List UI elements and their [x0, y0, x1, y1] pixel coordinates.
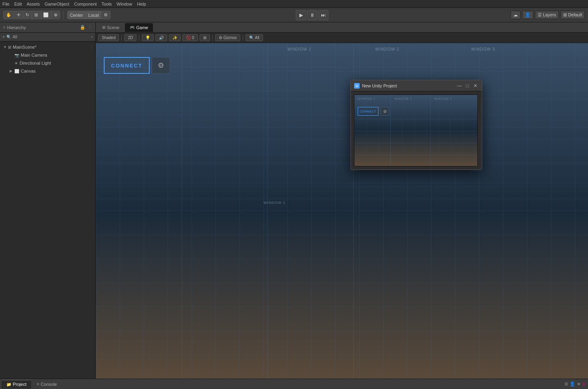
lighting-btn[interactable]: 💡 [142, 34, 154, 41]
hierarchy-add-btn[interactable]: + [2, 35, 5, 39]
rect-tool[interactable]: ⬜ [41, 11, 51, 19]
tab-project[interactable]: 📁 Project [2, 380, 31, 389]
hierarchy-header-right: 🔒 ⋮ [80, 25, 92, 30]
menu-assets[interactable]: Assets [27, 2, 40, 6]
dialog-close-btn[interactable]: ✕ [472, 83, 479, 89]
scene-toolbar-sep-2 [139, 35, 139, 41]
scale-tool[interactable]: ⊞ [32, 11, 41, 19]
hier-item-name-mainscene: MainScene* [13, 45, 36, 49]
menu-file[interactable]: File [2, 2, 10, 6]
scene-icon: ⊞ [8, 45, 11, 49]
pause-button[interactable]: ⏸ [307, 10, 317, 20]
favorites-icon-btn[interactable]: ⊞ [564, 381, 568, 387]
hier-item-mainscene[interactable]: ▼ ⊞ MainScene* ⋮ [0, 43, 95, 51]
star-icon-btn[interactable]: ★ [577, 381, 581, 387]
console-tab-label: Console [41, 382, 57, 387]
gizmos-btn[interactable]: ⚙ Gizmos [215, 34, 241, 41]
toolbar-center: ▶ ⏸ ⏭ [112, 10, 509, 20]
unity-logo-icon: U [354, 83, 360, 89]
toolbar-sep-1 [63, 11, 64, 20]
game-tab-label: Game [136, 25, 148, 30]
dialog-maximize-btn[interactable]: □ [464, 83, 471, 89]
vert-div-1 [182, 43, 182, 379]
scene-toolbar-sep-4 [243, 35, 243, 41]
scene-tab-label: Scene [107, 25, 119, 30]
dialog-row1 [354, 119, 477, 119]
2d-btn[interactable]: 2D [124, 34, 137, 41]
menu-tools[interactable]: Tools [101, 2, 112, 6]
window2-label: WINDOW 2 [375, 47, 399, 51]
layout-btn[interactable]: ⊞ Default [560, 11, 585, 19]
dialog-gear-btn-mini[interactable]: ⚙ [380, 107, 389, 116]
menu-help[interactable]: Help [137, 2, 146, 6]
bottom-panel-right: ⊞ 👤 ★ 9 [564, 381, 586, 387]
tab-scene[interactable]: ⊞ Scene [97, 23, 124, 32]
hier-expand-canvas[interactable]: ▶ [10, 69, 14, 73]
dialog-row4 [354, 155, 477, 155]
play-controls: ▶ ⏸ ⏭ [296, 10, 329, 20]
center-pivot-btn[interactable]: Center [67, 11, 86, 19]
hier-search-dropdown[interactable]: ▾ [91, 35, 93, 39]
connect-button-scene[interactable]: CONNECT [104, 57, 150, 74]
toolbar: ✋ ✛ ↻ ⊞ ⬜ ⊕ Center Local ⚙ ▶ ⏸ ⏭ ☁ 👤 ☰ L… [0, 8, 588, 22]
vert-div-2 [267, 43, 268, 379]
tab-console[interactable]: ≡ Console [32, 380, 61, 389]
dialog-window2-label: WINDOW 2 [394, 97, 412, 100]
hier-item-maincamera[interactable]: ▶ 📷 Main Camera [0, 51, 95, 59]
play-button[interactable]: ▶ [296, 10, 306, 20]
hierarchy-lock-icon[interactable]: 🔒 [80, 25, 85, 30]
collab-icon-btn[interactable]: 👤 [570, 381, 575, 387]
unity-dialog: U New Unity Project — □ ✕ WINDOW 1 WINDO… [350, 80, 482, 170]
bottom-tabs: 📁 Project ≡ Console ⊞ 👤 ★ 9 [0, 379, 588, 389]
scene-viewport: WINDOW 1 WINDOW 2 WINDOW 3 CONNECT ⚙ [96, 43, 588, 379]
scene-grid [96, 43, 588, 379]
hidden-btn[interactable]: 🚫 0 [182, 34, 198, 41]
hier-expand-mainscene[interactable]: ▼ [3, 45, 8, 49]
step-button[interactable]: ⏭ [318, 10, 329, 20]
toolbar-right: ☁ 👤 ☰ Layers ⊞ Default [511, 11, 585, 19]
layers-btn[interactable]: ☰ Layers [535, 11, 559, 19]
hier-item-canvas[interactable]: ▶ ⬜ Canvas [0, 67, 95, 75]
dialog-vdiv1 [390, 95, 391, 166]
hier-item-dirlight[interactable]: ▶ ☀ Directional Light [0, 59, 95, 67]
console-tab-icon: ≡ [37, 382, 39, 386]
menu-gameobject[interactable]: GameObject [45, 2, 69, 6]
hierarchy-header: ≡ Hierarchy 🔒 ⋮ [0, 22, 95, 33]
hierarchy-search-input[interactable] [13, 35, 89, 39]
pivot-group: Center Local ⚙ [67, 11, 111, 19]
dialog-vdiv2 [430, 95, 431, 166]
effects-btn[interactable]: ✨ [169, 34, 181, 41]
transform-tools: ✋ ✛ ↻ ⊞ ⬜ ⊕ [3, 11, 60, 19]
dialog-connect-btn-mini[interactable]: CONNECT [358, 107, 378, 116]
horiz-div-2 [96, 99, 588, 99]
all-btn[interactable]: 🔍 All [245, 34, 263, 41]
menu-component[interactable]: Component [74, 2, 97, 6]
move-tool[interactable]: ✛ [14, 11, 23, 19]
menu-bar: File Edit Assets GameObject Component To… [0, 0, 588, 8]
shading-mode-btn[interactable]: Shaded [98, 34, 119, 41]
tab-game[interactable]: 🎮 Game [125, 23, 153, 32]
hierarchy-panel: ≡ Hierarchy 🔒 ⋮ + 🔍 ▾ ▼ ⊞ MainScene* ⋮ [0, 22, 96, 379]
cloud-btn[interactable]: ☁ [511, 11, 521, 19]
scene-toolbar: Shaded 2D 💡 🔊 ✨ 🚫 0 ⊞ ⚙ Gizmos 🔍 All [96, 33, 588, 43]
dialog-row3 [354, 143, 477, 143]
dialog-minimize-btn[interactable]: — [456, 83, 463, 89]
camera-icon: 📷 [14, 53, 19, 57]
menu-window[interactable]: Window [117, 2, 132, 6]
mainscene-options[interactable]: ⋮ [90, 45, 94, 49]
collab-btn[interactable]: ⚙ [101, 11, 110, 19]
hierarchy-more-icon[interactable]: ⋮ [88, 25, 92, 30]
account-btn[interactable]: 👤 [522, 11, 533, 19]
dialog-controls: — □ ✕ [456, 83, 479, 89]
gridsnap-btn[interactable]: ⊞ [200, 34, 210, 41]
menu-edit[interactable]: Edit [14, 2, 22, 6]
badge-9-btn[interactable]: 9 [582, 381, 585, 387]
transform-tool[interactable]: ⊕ [51, 11, 60, 19]
dialog-row2 [354, 131, 477, 131]
scene-toolbar-sep-3 [212, 35, 213, 41]
hand-tool[interactable]: ✋ [4, 11, 14, 19]
audio-btn[interactable]: 🔊 [155, 34, 167, 41]
rotate-tool[interactable]: ↻ [23, 11, 32, 19]
local-pivot-btn[interactable]: Local [86, 11, 101, 19]
gear-button-scene[interactable]: ⚙ [152, 57, 170, 74]
